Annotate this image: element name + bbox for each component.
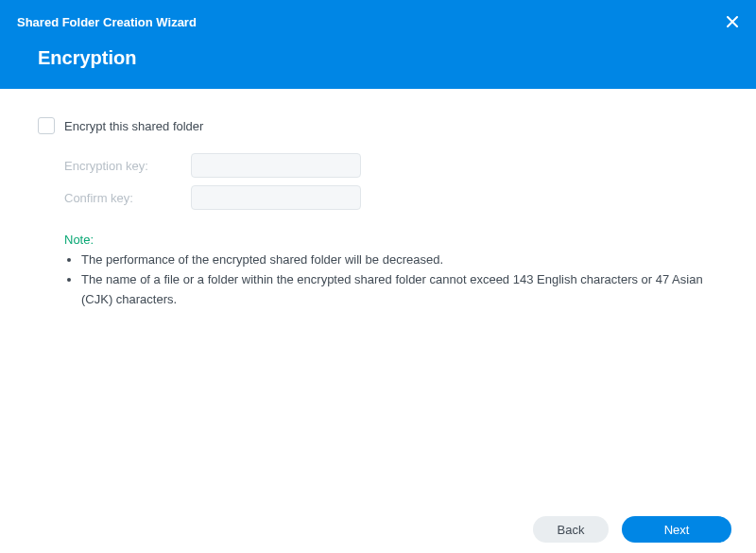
wizard-header: Shared Folder Creation Wizard Encryption xyxy=(0,0,756,89)
title-row: Shared Folder Creation Wizard xyxy=(0,0,756,34)
encryption-key-input[interactable] xyxy=(191,153,361,178)
close-icon[interactable] xyxy=(726,15,739,28)
note-block: Note: The performance of the encrypted s… xyxy=(38,233,718,309)
step-title: Encryption xyxy=(0,34,756,69)
next-button[interactable]: Next xyxy=(622,516,731,543)
wizard-title: Shared Folder Creation Wizard xyxy=(17,15,197,29)
note-item: The name of a file or a folder within th… xyxy=(81,270,718,310)
wizard-footer: Back Next xyxy=(0,506,756,553)
confirm-key-input[interactable] xyxy=(191,185,361,210)
note-item: The performance of the encrypted shared … xyxy=(81,251,718,270)
wizard-content: Encrypt this shared folder Encryption ke… xyxy=(0,89,756,309)
back-button[interactable]: Back xyxy=(533,516,609,543)
confirm-key-label: Confirm key: xyxy=(64,191,191,205)
encrypt-checkbox[interactable] xyxy=(38,117,55,134)
encrypt-checkbox-label[interactable]: Encrypt this shared folder xyxy=(64,119,203,133)
encryption-key-label: Encryption key: xyxy=(64,159,191,173)
confirm-key-row: Confirm key: xyxy=(38,185,718,210)
note-list: The performance of the encrypted shared … xyxy=(64,251,718,309)
encryption-key-row: Encryption key: xyxy=(38,153,718,178)
note-heading: Note: xyxy=(64,233,718,247)
encrypt-checkbox-row: Encrypt this shared folder xyxy=(38,117,718,134)
